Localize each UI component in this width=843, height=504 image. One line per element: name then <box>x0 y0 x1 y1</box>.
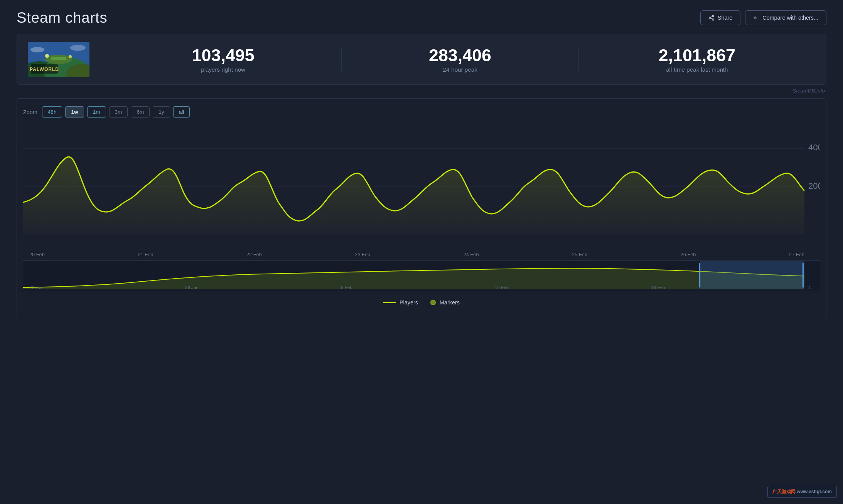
date-label-7: 26 Feb <box>681 252 696 257</box>
zoom-6m[interactable]: 6m <box>131 106 150 118</box>
thumbnail-bg: PALWORLD <box>28 42 89 77</box>
svg-point-12 <box>45 54 49 58</box>
watermark-url: www.eshgt.com <box>797 489 832 494</box>
zoom-1m[interactable]: 1m <box>87 106 106 118</box>
chart-legend: Players Markers <box>23 293 820 312</box>
date-label-5: 24 Feb <box>464 252 479 257</box>
share-button[interactable]: Share <box>700 10 740 25</box>
mini-date-3: 5 Feb <box>341 285 352 290</box>
attribution: SteamDB.info <box>17 88 826 94</box>
alltime-peak-stat: 2,101,867 all-time peak last month <box>579 46 815 73</box>
watermark: 广天游戏网 www.eshgt.com <box>767 486 837 498</box>
svg-point-2 <box>712 19 714 20</box>
legend-players-label: Players <box>400 299 418 306</box>
zoom-all[interactable]: all <box>173 106 190 118</box>
current-players-value: 103,495 <box>105 46 341 65</box>
peak-24h-label: 24-hour peak <box>342 66 578 73</box>
main-chart-area: 400k 200k 0 <box>23 125 820 249</box>
svg-rect-25 <box>699 263 700 287</box>
stats-bar: PALWORLD 103,495 players right now 283,4… <box>17 34 826 85</box>
game-thumbnail: PALWORLD <box>28 42 89 77</box>
alltime-peak-label: all-time peak last month <box>579 66 815 73</box>
legend-markers-label: Markers <box>440 299 460 306</box>
mini-date-6: 2... <box>808 285 814 290</box>
svg-rect-11 <box>51 57 66 60</box>
main-chart-x-axis: 20 Feb 21 Feb 22 Feb 23 Feb 24 Feb 25 Fe… <box>23 249 820 260</box>
top-header: Steam charts Share ½ Compare with others… <box>17 9 826 26</box>
date-label-4: 23 Feb <box>355 252 370 257</box>
svg-line-4 <box>711 16 713 17</box>
alltime-peak-value: 2,101,867 <box>579 46 815 65</box>
zoom-controls: Zoom 48h 1w 1m 3m 6m 1y all <box>23 106 820 118</box>
page-title: Steam charts <box>17 9 107 26</box>
mini-date-1: 22 Jan <box>29 285 43 290</box>
compare-icon: ½ <box>753 15 759 21</box>
zoom-48h[interactable]: 48h <box>42 106 62 118</box>
main-chart-svg: 400k 200k 0 <box>23 125 820 249</box>
svg-point-13 <box>69 55 72 58</box>
date-label-2: 21 Feb <box>138 252 153 257</box>
svg-point-1 <box>709 17 711 18</box>
share-icon <box>708 15 715 21</box>
legend-players-line <box>383 302 396 303</box>
watermark-site: 广天游戏网 <box>772 489 796 494</box>
zoom-1y[interactable]: 1y <box>153 106 170 118</box>
mini-date-4: 12 Feb <box>495 285 509 290</box>
header-buttons: Share ½ Compare with others... <box>700 10 826 25</box>
svg-text:PALWORLD: PALWORLD <box>30 67 59 72</box>
mini-date-2: 29 Jan <box>185 285 199 290</box>
mini-chart-area: 22 Jan 29 Jan 5 Feb 12 Feb 19 Feb 2... <box>23 260 820 291</box>
svg-rect-26 <box>803 263 804 287</box>
svg-point-15 <box>70 45 86 51</box>
zoom-3m[interactable]: 3m <box>109 106 128 118</box>
chart-container: Zoom 48h 1w 1m 3m 6m 1y all 400k 200k 0 <box>17 98 826 318</box>
legend-markers: Markers <box>430 299 460 306</box>
zoom-1w[interactable]: 1w <box>65 106 84 118</box>
zoom-label: Zoom <box>23 109 37 115</box>
peak-24h-stat: 283,406 24-hour peak <box>342 46 578 73</box>
date-label-3: 22 Feb <box>246 252 262 257</box>
current-players-stat: 103,495 players right now <box>105 46 341 73</box>
svg-text:400k: 400k <box>808 143 820 152</box>
legend-markers-dot <box>430 300 436 305</box>
current-players-label: players right now <box>105 66 341 73</box>
svg-text:½: ½ <box>754 16 757 20</box>
svg-point-14 <box>30 47 44 52</box>
mini-date-5: 19 Feb <box>651 285 665 290</box>
date-label-8: 27 Feb <box>789 252 804 257</box>
peak-24h-value: 283,406 <box>342 46 578 65</box>
svg-text:200k: 200k <box>808 181 820 191</box>
svg-line-3 <box>711 18 713 19</box>
date-label-1: 20 Feb <box>29 252 45 257</box>
svg-point-0 <box>712 15 714 17</box>
legend-players: Players <box>383 299 418 306</box>
compare-button[interactable]: ½ Compare with others... <box>745 10 826 25</box>
date-label-6: 25 Feb <box>572 252 587 257</box>
